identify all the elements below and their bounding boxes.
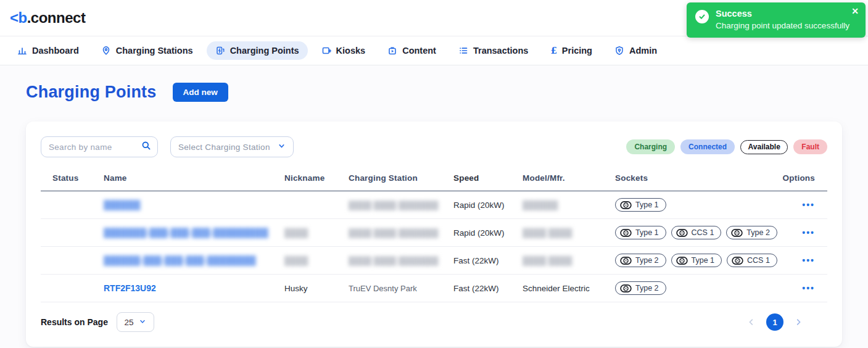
nav-label: Pricing — [562, 46, 592, 56]
sockets-cell: Type 2 Type 1 CCS 1 — [615, 254, 774, 267]
header-status: Status — [41, 173, 104, 183]
name-link[interactable]: RTF2F13U92 — [104, 283, 284, 293]
header-sockets: Sockets — [615, 173, 774, 183]
results-per-page-label: Results on Page — [41, 317, 108, 327]
filters-row: Select Charging Station Charging Connect… — [41, 136, 827, 157]
charging-points-table: Status Name Nickname Charging Station Sp… — [41, 167, 827, 302]
socket-label: Type 1 — [692, 256, 715, 265]
nav-item-charging-stations[interactable]: Charging Stations — [93, 41, 202, 60]
socket-icon — [620, 201, 632, 209]
search-icon[interactable] — [141, 141, 151, 153]
page-title: Charging Points — [26, 83, 157, 102]
station-cell: TruEV Desnty Park — [349, 284, 448, 293]
station-cell-redacted: ████ ████ ███████ — [349, 256, 448, 265]
status-cell — [41, 256, 104, 265]
station-cell-redacted: ████ ████ ███████ — [349, 228, 448, 238]
nav-label: Transactions — [473, 46, 528, 56]
nav-item-transactions[interactable]: Transactions — [450, 41, 537, 60]
charging-point-icon — [215, 46, 225, 56]
nickname-cell: Husky — [284, 284, 349, 293]
toast-message: Charging point updated successfully — [716, 21, 849, 30]
name-link-redacted[interactable]: ███████-███-███-███-█████████ — [104, 228, 284, 238]
options-cell: ••• — [774, 200, 827, 210]
success-toast: Success Charging point updated successfu… — [687, 2, 866, 38]
sockets-cell: Type 2 — [615, 281, 774, 295]
model-cell-redacted: ████ ████ — [523, 228, 615, 238]
socket-icon — [620, 257, 632, 265]
station-cell-redacted: ████ ████ ███████ — [349, 201, 448, 210]
socket-pill: Type 2 — [615, 254, 666, 267]
header-model: Model/Mfr. — [523, 173, 615, 183]
socket-pill: Type 1 — [671, 254, 722, 267]
socket-label: Type 2 — [746, 228, 770, 237]
nav-label: Charging Points — [230, 46, 299, 56]
legend-fault: Fault — [793, 139, 827, 154]
prev-page-icon[interactable] — [747, 318, 756, 326]
status-legend: Charging Connected Available Fault — [626, 139, 827, 154]
page-header: Charging Points Add new — [26, 83, 842, 102]
socket-pill: Type 1 — [615, 198, 666, 212]
nav-item-content[interactable]: Content — [379, 41, 445, 60]
socket-pill: CCS 1 — [727, 254, 777, 267]
model-cell-redacted: ████ ████ — [523, 256, 615, 265]
main-content: Charging Points Add new Select Charging … — [0, 83, 868, 347]
add-new-button[interactable]: Add new — [173, 83, 228, 102]
close-icon[interactable]: ✕ — [851, 7, 859, 15]
toast-text: Success Charging point updated successfu… — [716, 9, 849, 30]
nickname-cell-redacted: ████ — [284, 256, 349, 265]
socket-label: Type 2 — [635, 284, 659, 292]
map-pin-icon — [101, 46, 111, 56]
legend-available: Available — [740, 140, 788, 154]
brand-logo-prefix: <b — [10, 9, 27, 27]
socket-icon — [732, 257, 743, 265]
bar-chart-icon — [17, 46, 27, 56]
next-page-icon[interactable] — [794, 318, 803, 326]
more-options-icon[interactable]: ••• — [802, 200, 815, 210]
status-cell — [41, 228, 104, 238]
transactions-icon — [458, 46, 468, 56]
options-cell: ••• — [774, 283, 827, 293]
more-options-icon[interactable]: ••• — [802, 255, 815, 265]
header-options: Options — [774, 173, 827, 183]
nav-item-pricing[interactable]: £ Pricing — [542, 41, 601, 60]
nav-item-dashboard[interactable]: Dashboard — [9, 41, 88, 60]
kiosk-icon — [321, 46, 331, 56]
more-options-icon[interactable]: ••• — [802, 283, 815, 293]
socket-pill: Type 2 — [726, 226, 777, 239]
page-number-button[interactable]: 1 — [766, 313, 783, 331]
page-size-value: 25 — [124, 318, 133, 327]
nav-item-kiosks[interactable]: Kiosks — [313, 41, 374, 60]
socket-label: Type 1 — [635, 228, 659, 237]
socket-label: CCS 1 — [692, 228, 714, 237]
status-cell — [41, 284, 104, 293]
page-size-select[interactable]: 25 — [117, 312, 154, 332]
name-link-redacted[interactable]: ██████ — [104, 200, 284, 210]
header-nickname: Nickname — [284, 173, 349, 183]
charging-points-card: Select Charging Station Charging Connect… — [26, 122, 842, 347]
charging-station-select[interactable]: Select Charging Station — [170, 136, 294, 157]
name-link-redacted[interactable]: ██████-███-███-███-████████ — [104, 255, 284, 265]
speed-cell: Rapid (20kW) — [448, 228, 523, 238]
legend-connected: Connected — [680, 139, 735, 154]
search-input[interactable] — [49, 143, 136, 152]
nav-label: Admin — [629, 46, 657, 56]
search-box[interactable] — [41, 136, 158, 157]
socket-icon — [620, 229, 632, 237]
check-circle-icon — [695, 10, 709, 23]
speed-cell: Fast (22kW) — [448, 256, 523, 265]
nav-item-admin[interactable]: Admin — [606, 41, 666, 60]
socket-icon — [676, 229, 688, 237]
options-cell: ••• — [774, 255, 827, 265]
table-row: ██████ ████ ████ ███████ Rapid (20kW) ██… — [41, 191, 827, 219]
toast-title: Success — [716, 9, 849, 19]
nav-item-charging-points[interactable]: Charging Points — [207, 41, 308, 60]
select-placeholder: Select Charging Station — [178, 143, 270, 152]
socket-label: Type 1 — [635, 201, 659, 209]
main-nav: Dashboard Charging Stations Charging Poi… — [0, 36, 868, 65]
brand-logo[interactable]: <b.connect — [10, 9, 85, 27]
pound-icon: £ — [550, 45, 556, 56]
admin-shield-icon — [614, 46, 624, 56]
socket-pill: Type 2 — [615, 281, 666, 295]
more-options-icon[interactable]: ••• — [802, 228, 815, 238]
table-row: ██████-███-███-███-████████ ████ ████ ██… — [41, 247, 827, 275]
